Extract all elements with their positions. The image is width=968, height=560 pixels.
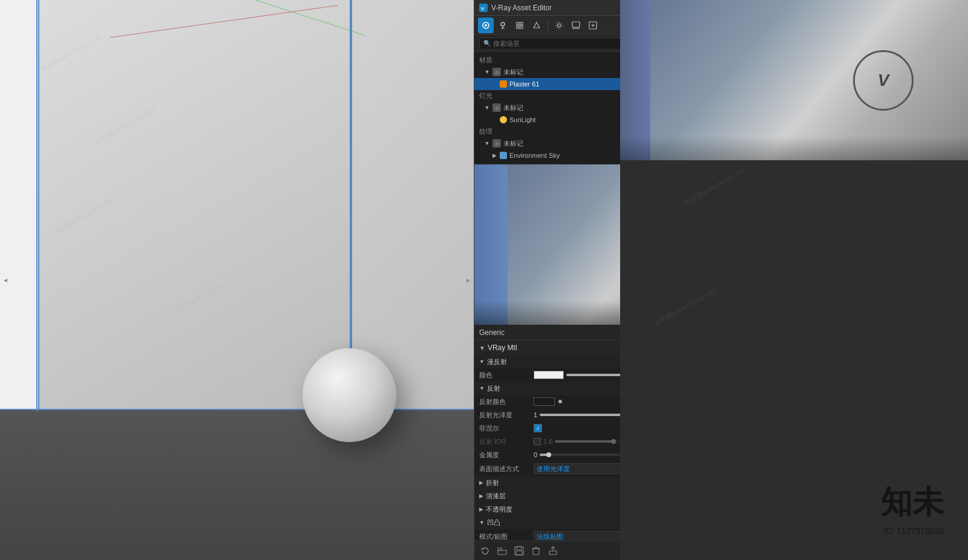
settings-tab-btn[interactable]: [551, 18, 567, 33]
expand-arrow-mat[interactable]: ▼: [484, 69, 490, 75]
lights-tab-btn[interactable]: [495, 18, 511, 33]
expand-plaster: [491, 81, 497, 87]
surface-desc-label: 表面描述方式: [479, 464, 534, 474]
svg-rect-31: [533, 549, 539, 555]
vray-mtl-arrow: ▼: [479, 345, 485, 351]
refl-glossiness-label: 反射光泽度: [479, 411, 534, 420]
viewport: 知未网www.znzmo.com 知未网www.znzmo.com 知未网www…: [0, 0, 474, 560]
fresnel-label: 菲涅尔: [479, 424, 534, 433]
svg-rect-7: [520, 22, 523, 25]
export-btn[interactable]: [547, 545, 559, 557]
svg-point-11: [558, 24, 561, 27]
sky-icon: [500, 152, 507, 159]
svg-point-2: [485, 24, 487, 27]
fresnel-check[interactable]: [534, 424, 542, 432]
expand-sunlight: [491, 117, 497, 123]
refl-color-swatch[interactable]: [534, 397, 555, 406]
svg-marker-10: [534, 22, 540, 28]
svg-rect-30: [516, 551, 522, 555]
refl-ior-val: 1.6: [543, 438, 552, 445]
reflection-title: 反射: [487, 384, 500, 393]
vray-mtl-title: VRay Mtl: [488, 343, 517, 352]
right-preview-circle: V: [853, 50, 914, 111]
refraction-arrow: ▶: [479, 480, 483, 486]
diffuse-arrow: ▼: [479, 359, 485, 365]
refl-glossiness-val: 1: [534, 411, 537, 418]
textures-tab-btn[interactable]: [529, 18, 544, 33]
svg-rect-9: [520, 26, 523, 28]
svg-rect-6: [517, 22, 519, 25]
bump-mode-value: 法线贴图: [537, 532, 563, 541]
expand-arrow-light[interactable]: ▼: [484, 105, 490, 111]
opacity-title: 不透明度: [486, 505, 512, 514]
bump-title: 凹凸: [487, 518, 500, 527]
group-icon-light: ◎: [492, 103, 501, 112]
svg-rect-27: [498, 550, 506, 555]
svg-rect-8: [517, 26, 519, 28]
group-icon-mat: ◎: [492, 68, 501, 76]
geometry-tab-btn[interactable]: [512, 18, 528, 33]
toolbar-sep-1: [548, 20, 548, 31]
right-preview: V: [620, 0, 968, 160]
bump-arrow: ▼: [479, 519, 485, 526]
nav-right-arrow[interactable]: ▸: [466, 276, 470, 284]
refraction-title: 折射: [486, 478, 499, 487]
reflection-arrow: ▼: [479, 385, 485, 391]
refl-color-label: 反射颜色: [479, 397, 534, 406]
render-elements-btn[interactable]: [568, 18, 584, 33]
refl-ior-swatch: [534, 438, 541, 445]
save-btn[interactable]: [513, 545, 525, 557]
opacity-arrow: ▶: [479, 506, 483, 512]
refl-ior-label: 反射 IOR: [479, 437, 534, 446]
materials-tab-btn[interactable]: [478, 18, 494, 33]
right-panel: V 知未网www.znzmo.com 知未网www.znzmo.com 知未网w…: [620, 0, 968, 560]
svg-rect-29: [517, 547, 522, 550]
diffuse-color-swatch[interactable]: [534, 371, 564, 379]
svg-point-3: [501, 22, 505, 26]
expand-arrow-geo[interactable]: ▼: [484, 140, 490, 146]
right-panel-content: [620, 160, 968, 170]
search-icon: 🔍: [483, 40, 491, 47]
wm-right-2: 知未网www.znzmo.com: [683, 164, 748, 207]
svg-rect-12: [572, 22, 580, 27]
group-icon-geo: ◎: [492, 139, 501, 148]
nav-left-arrow[interactable]: ◂: [4, 276, 7, 284]
right-preview-v: V: [878, 71, 889, 90]
light-icon-sun: [500, 116, 507, 123]
metalness-label: 金属度: [479, 451, 534, 460]
znzmo-logo-big: 知未: [881, 481, 944, 524]
expand-envsky[interactable]: ▶: [491, 152, 497, 158]
mat-icon-plaster: [500, 80, 507, 88]
coating-title: 清漆层: [486, 492, 506, 501]
coating-arrow: ▶: [479, 493, 483, 499]
extra-btn[interactable]: [585, 18, 601, 33]
refl-color-dot: [558, 400, 562, 403]
open-btn[interactable]: [496, 545, 508, 557]
reset-btn[interactable]: [479, 545, 491, 557]
wm-right-3: 知未网www.znzmo.com: [653, 285, 718, 328]
delete-btn[interactable]: [530, 545, 542, 557]
id-text: ID: 1177918030: [883, 526, 944, 536]
metalness-val: 0: [534, 451, 537, 458]
diffuse-title: 漫反射: [487, 357, 507, 366]
svg-text:V: V: [481, 6, 485, 11]
surface-desc-value: 使用光泽度: [537, 464, 570, 474]
bump-mode-label: 模式/贴图: [479, 532, 534, 541]
vray-icon: V: [479, 4, 488, 12]
diffuse-color-label: 颜色: [479, 371, 534, 380]
